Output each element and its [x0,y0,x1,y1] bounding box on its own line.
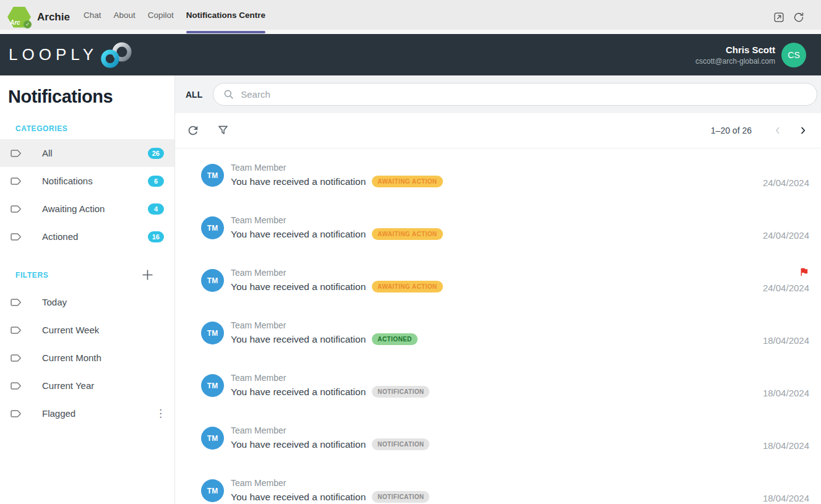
sender-name: Team Member [231,215,734,225]
status-badge: AWAITING ACTION [372,228,442,240]
sender-avatar: TM [201,216,224,239]
teams-tab-label: Copilot [148,11,174,20]
category-item[interactable]: Awaiting Action 4 [0,195,174,223]
category-label: Notifications [42,176,93,186]
notification-message: You have received a notification [231,387,366,398]
status-badge: AWAITING ACTION [372,281,442,293]
logo-text: Arc [10,19,20,26]
notification-message: You have received a notification [231,492,366,503]
tag-icon [10,324,22,336]
notification-message: You have received a notification [231,176,366,187]
teams-tab-bar: Chat About Copilot Notifications Centre [84,0,278,34]
notification-date: 18/04/2024 [763,335,809,346]
notification-row[interactable]: TM Team Member You have received a notif… [175,464,821,504]
category-label: Awaiting Action [42,203,105,214]
user-name: Chris Scott [695,45,775,55]
status-badge: ACTIONED [372,333,417,345]
tag-icon [10,203,22,215]
teams-tab[interactable]: About [113,0,135,34]
tag-icon [10,231,22,243]
filter-item[interactable]: Current Week [0,316,174,344]
notification-row[interactable]: TM Team Member You have received a notif… [175,359,821,411]
reload-tab-icon[interactable] [793,11,805,23]
filter-label: Current Year [42,380,94,391]
filters-section-label: FILTERS [15,271,48,280]
teams-tab[interactable]: Notifications Centre [186,0,265,34]
notification-message: You have received a notification [231,229,366,240]
status-badge: NOTIFICATION [372,386,429,398]
notification-date: 24/04/2024 [763,177,809,188]
notification-date: 24/04/2024 [763,283,809,293]
teams-tab-label: Chat [84,11,101,20]
sender-name: Team Member [231,478,734,488]
page-title: Notifications [8,87,174,107]
search-input[interactable] [241,89,807,100]
sender-avatar: TM [201,269,224,292]
filter-label: Current Week [42,325,99,335]
search-band: ALL [175,75,821,113]
sender-avatar: TM [201,322,224,344]
notifications-sidebar: Notifications CATEGORIES All 26 No [0,75,175,504]
category-label: Actioned [42,231,78,242]
teams-tab[interactable]: Copilot [148,0,174,34]
tag-icon [10,175,22,187]
flag-icon [799,267,809,277]
user-block: Chris Scott cscott@arch-global.com CS [695,43,812,67]
open-in-new-window-icon[interactable] [773,11,785,23]
tag-icon [10,147,22,160]
notification-date: 18/04/2024 [763,440,809,451]
count-badge: 6 [148,176,164,187]
filter-item[interactable]: Today [0,288,174,316]
category-item[interactable]: Actioned 16 [0,223,174,250]
user-avatar[interactable]: CS [781,43,806,67]
teams-tab-label: Notifications Centre [186,11,265,20]
notification-row[interactable]: TM Team Member You have received a notif… [175,306,821,359]
sender-name: Team Member [231,268,734,278]
next-page-button[interactable] [797,125,809,136]
sender-name: Team Member [231,163,734,173]
sender-avatar: TM [201,374,224,397]
filter-item[interactable]: Flagged ⋮ [0,399,174,427]
filter-item[interactable]: Current Month [0,344,174,372]
status-badge: NOTIFICATION [372,491,429,503]
tag-icon [10,380,22,392]
notification-date: 18/04/2024 [763,493,809,503]
notifications-main: ALL 1–20 of 26 [175,75,821,504]
notification-message: You have received a notification [231,439,366,450]
sender-avatar: TM [201,427,224,450]
notification-row[interactable]: TM Team Member You have received a notif… [175,254,821,306]
categories-list: All 26 Notifications 6 A [0,139,174,250]
sender-name: Team Member [231,320,734,330]
refresh-button[interactable] [186,124,200,137]
category-label: All [42,148,53,158]
add-filter-button[interactable] [142,269,153,281]
teams-top-bar: Arc ✓ Archie Chat About Copilot Notifica… [0,0,821,34]
top-window-actions [773,11,821,23]
prev-page-button[interactable] [772,125,783,136]
filter-funnel-button[interactable] [217,124,230,137]
sender-name: Team Member [231,373,734,383]
count-badge: 4 [148,203,164,215]
app-title: Archie [37,11,70,23]
sender-avatar: TM [201,479,224,502]
filter-menu-button[interactable]: ⋮ [155,408,164,419]
user-email: cscott@arch-global.com [695,57,775,66]
teams-tab[interactable]: Chat [84,0,101,34]
sender-name: Team Member [231,425,734,435]
category-item[interactable]: Notifications 6 [0,167,174,195]
search-box[interactable] [213,83,817,106]
category-item[interactable]: All 26 [0,139,174,167]
notification-date: 24/04/2024 [763,230,809,241]
list-toolbar: 1–20 of 26 [175,113,821,148]
notification-row[interactable]: TM Team Member You have received a notif… [175,148,821,201]
tag-icon [10,352,22,364]
notification-message: You have received a notification [231,281,366,293]
pagination: 1–20 of 26 [711,125,809,136]
filter-item[interactable]: Current Year [0,372,174,399]
categories-section-label: CATEGORIES [15,124,174,133]
notification-row[interactable]: TM Team Member You have received a notif… [175,201,821,254]
sender-avatar: TM [201,164,224,187]
notification-row[interactable]: TM Team Member You have received a notif… [175,411,821,464]
count-badge: 26 [148,148,164,159]
looply-logo: LOOPLY [9,40,135,70]
